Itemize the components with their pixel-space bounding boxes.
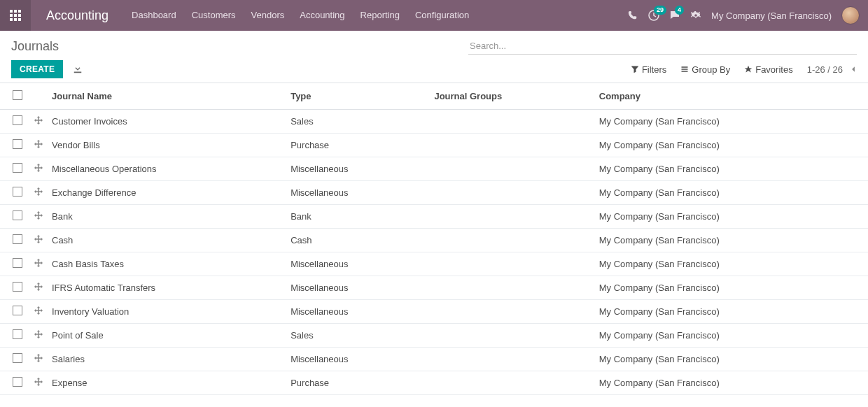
nav-accounting[interactable]: Accounting <box>292 0 352 31</box>
table-row[interactable]: Point of SaleSalesMy Company (San Franci… <box>0 324 868 348</box>
drag-handle-icon[interactable] <box>34 140 43 148</box>
table-row[interactable]: CashCashMy Company (San Francisco) <box>0 229 868 252</box>
cell-type: Miscellaneous <box>285 300 428 324</box>
cell-type: Miscellaneous <box>285 276 428 300</box>
cell-name: Bank <box>49 205 285 229</box>
search-input[interactable] <box>468 38 857 55</box>
row-checkbox[interactable] <box>13 258 22 268</box>
cell-type: Sales <box>285 324 428 348</box>
apps-grid-icon <box>10 10 21 21</box>
cell-groups <box>428 252 593 276</box>
nav-customers[interactable]: Customers <box>184 0 244 31</box>
col-header-type[interactable]: Type <box>285 83 428 110</box>
drag-handle-icon[interactable] <box>34 259 43 267</box>
row-checkbox[interactable] <box>13 306 22 315</box>
table-row[interactable]: Exchange DifferenceMiscellaneousMy Compa… <box>0 181 868 205</box>
breadcrumb: Journals <box>11 39 59 54</box>
cell-name: Salaries <box>49 348 285 371</box>
row-checkbox[interactable] <box>13 282 22 292</box>
user-avatar[interactable] <box>841 6 860 24</box>
cell-groups <box>428 348 593 371</box>
funnel-icon <box>631 65 639 73</box>
pager: 1-26 / 26 <box>807 64 857 75</box>
drag-handle-icon[interactable] <box>34 306 43 315</box>
pager-text[interactable]: 1-26 / 26 <box>807 64 843 75</box>
row-checkbox[interactable] <box>13 187 22 197</box>
company-selector[interactable]: My Company (San Francisco) <box>711 10 832 21</box>
favorites-button[interactable]: Favorites <box>744 64 792 75</box>
drag-handle-icon[interactable] <box>34 283 43 291</box>
table-row[interactable]: Customer InvoicesSalesMy Company (San Fr… <box>0 110 868 134</box>
drag-handle-icon[interactable] <box>34 164 43 172</box>
messages-icon[interactable]: 4 <box>669 10 680 21</box>
cell-company: My Company (San Francisco) <box>594 157 868 181</box>
drag-handle-icon[interactable] <box>34 187 43 196</box>
nav-vendors[interactable]: Vendors <box>244 0 293 31</box>
col-header-company[interactable]: Company <box>594 83 868 110</box>
table-row[interactable]: SalariesMiscellaneousMy Company (San Fra… <box>0 348 868 371</box>
row-checkbox[interactable] <box>13 353 22 363</box>
table-row[interactable]: BankBankMy Company (San Francisco) <box>0 205 868 229</box>
select-all-checkbox[interactable] <box>13 90 22 100</box>
cell-groups <box>428 229 593 252</box>
cell-type: Miscellaneous <box>285 252 428 276</box>
filters-button[interactable]: Filters <box>631 64 666 75</box>
cell-type: Cash <box>285 229 428 252</box>
import-button[interactable] <box>70 61 85 78</box>
phone-icon[interactable] <box>627 10 638 21</box>
drag-handle-icon[interactable] <box>34 354 43 362</box>
filters-label: Filters <box>642 64 666 75</box>
table-row[interactable]: Miscellaneous OperationsMiscellaneousMy … <box>0 157 868 181</box>
row-checkbox[interactable] <box>13 234 22 244</box>
create-button[interactable]: CREATE <box>11 60 63 78</box>
row-checkbox[interactable] <box>13 115 22 125</box>
row-checkbox[interactable] <box>13 377 22 387</box>
cell-company: My Company (San Francisco) <box>594 229 868 252</box>
groupby-button[interactable]: Group By <box>680 64 730 75</box>
table-row[interactable]: Vendor BillsPurchaseMy Company (San Fran… <box>0 134 868 157</box>
drag-handle-icon[interactable] <box>34 378 43 386</box>
cell-name: Customer Invoices <box>49 110 285 134</box>
table-row[interactable]: IFRS Automatic TransfersMiscellaneousMy … <box>0 276 868 300</box>
nav-reporting[interactable]: Reporting <box>353 0 407 31</box>
cell-name: Exchange Difference <box>49 181 285 205</box>
cell-company: My Company (San Francisco) <box>594 276 868 300</box>
cell-groups <box>428 371 593 395</box>
row-checkbox[interactable] <box>13 210 22 220</box>
cell-name: Point of Sale <box>49 324 285 348</box>
col-header-groups[interactable]: Journal Groups <box>428 83 593 110</box>
cell-groups <box>428 300 593 324</box>
cell-type: Miscellaneous <box>285 181 428 205</box>
drag-handle-icon[interactable] <box>34 211 43 220</box>
table-row[interactable]: Cash Basis TaxesMiscellaneousMy Company … <box>0 252 868 276</box>
table-row[interactable]: Inventory ValuationMiscellaneousMy Compa… <box>0 300 868 324</box>
cell-type: Purchase <box>285 134 428 157</box>
row-checkbox[interactable] <box>13 329 22 339</box>
cell-groups <box>428 110 593 134</box>
row-checkbox[interactable] <box>13 139 22 149</box>
cell-company: My Company (San Francisco) <box>594 181 868 205</box>
cell-name: Cash <box>49 229 285 252</box>
nav-right: 29 4 My Company (San Francisco) <box>627 6 868 24</box>
cell-groups <box>428 157 593 181</box>
cell-company: My Company (San Francisco) <box>594 348 868 371</box>
star-icon <box>744 65 752 73</box>
app-title[interactable]: Accounting <box>31 8 124 23</box>
debug-icon[interactable] <box>690 10 701 21</box>
drag-handle-icon[interactable] <box>34 116 43 124</box>
nav-dashboard[interactable]: Dashboard <box>124 0 184 31</box>
apps-menu-button[interactable] <box>0 0 31 31</box>
cell-company: My Company (San Francisco) <box>594 110 868 134</box>
col-header-name[interactable]: Journal Name <box>49 83 285 110</box>
row-checkbox[interactable] <box>13 163 22 173</box>
cell-groups <box>428 276 593 300</box>
nav-configuration[interactable]: Configuration <box>407 0 477 31</box>
cell-company: My Company (San Francisco) <box>594 324 868 348</box>
pager-prev-button[interactable] <box>850 64 857 75</box>
cell-name: Expense <box>49 371 285 395</box>
drag-handle-icon[interactable] <box>34 235 43 243</box>
cell-type: Purchase <box>285 371 428 395</box>
table-row[interactable]: ExpensePurchaseMy Company (San Francisco… <box>0 371 868 395</box>
activities-icon[interactable]: 29 <box>648 10 659 21</box>
drag-handle-icon[interactable] <box>34 330 43 338</box>
